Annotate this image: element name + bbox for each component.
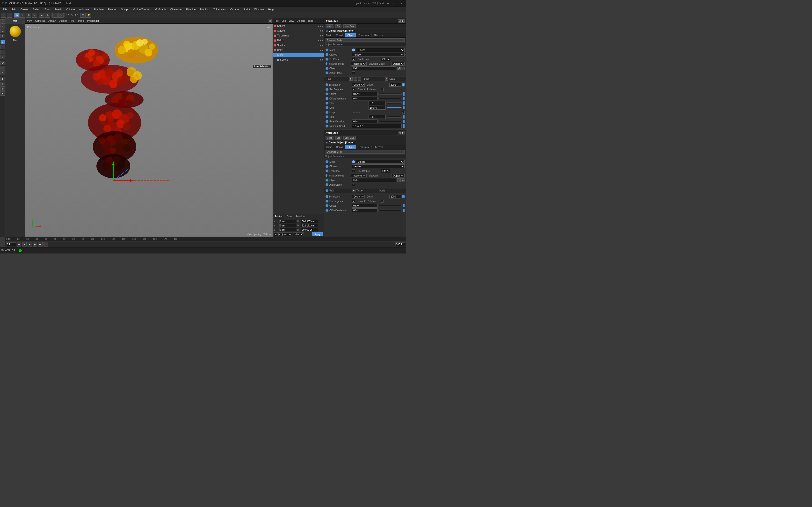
xray-toggle[interactable]: ◎ — [0, 87, 5, 91]
vp-display-menu[interactable]: Display — [47, 19, 57, 23]
coord-x-pos[interactable] — [280, 220, 296, 223]
rail-anim-btn[interactable]: ▶ — [349, 77, 353, 80]
mode2-select[interactable]: Object — [356, 160, 405, 164]
coord-x-size[interactable] — [301, 220, 318, 223]
render-button[interactable]: ▶ — [39, 13, 45, 18]
start-input[interactable] — [368, 101, 386, 105]
lights-button[interactable]: 💡 — [86, 13, 91, 18]
tab-transform[interactable]: Transform — [356, 33, 371, 38]
scene-item-helix[interactable]: Helix ■ ■ — [273, 48, 324, 53]
obj-link-btn[interactable]: 🔗 — [397, 67, 401, 70]
obj2-clear-btn[interactable]: ✕ — [401, 178, 405, 182]
attr-next-button[interactable]: ▶ — [401, 19, 405, 23]
target-anim-btn[interactable]: ▶ — [385, 77, 388, 80]
model-mode[interactable]: ◼ — [0, 40, 5, 44]
object-rel-select[interactable]: Object (Rel.) — [273, 232, 292, 236]
snap-button[interactable]: ⊞ — [0, 81, 5, 86]
rate-input[interactable] — [368, 115, 386, 119]
offset2-slider[interactable] — [378, 205, 402, 207]
instance2-select[interactable]: Instance — [351, 174, 367, 177]
attr-mode-btn[interactable]: Mode — [325, 24, 334, 28]
axis-tool[interactable]: ✚ — [0, 77, 5, 81]
tl-next-frame-btn[interactable]: ▶ — [33, 242, 37, 246]
align-clone-checkbox[interactable]: ✓ — [352, 71, 355, 74]
count-slider-btn[interactable]: | — [402, 83, 405, 87]
scene-item-sphere-child[interactable]: Sphere ■ ■ — [276, 57, 324, 62]
menu-motion-tracker[interactable]: Motion Tracker — [131, 7, 152, 11]
menu-pipeline[interactable]: Pipeline — [184, 7, 197, 11]
per-seg2-checkbox[interactable]: ✓ — [352, 200, 355, 203]
coord-z-size[interactable] — [301, 228, 318, 231]
count2-input[interactable] — [389, 194, 401, 199]
coord-tab-rotation[interactable]: Rotation — [295, 215, 305, 218]
viewport-mode-select[interactable]: Object — [391, 62, 405, 66]
obj-clear-btn[interactable]: ✕ — [401, 67, 405, 70]
tl-prev-frame-btn[interactable]: ◀ — [22, 242, 27, 246]
render-settings[interactable]: ⚙ — [45, 13, 50, 18]
scene-item-sphere[interactable]: Sphere ■ ■ ■ — [273, 24, 324, 29]
viewport2-select[interactable]: Object — [391, 174, 405, 177]
menu-mograph[interactable]: MoGraph — [153, 7, 168, 11]
menu-sculpt[interactable]: Sculpt — [119, 7, 131, 11]
tab2-transform[interactable]: Transform — [356, 145, 371, 149]
coord-tab-size[interactable]: Size — [286, 215, 293, 218]
minimize-button[interactable]: – — [386, 1, 390, 6]
tab2-coord[interactable]: Coord. — [334, 145, 345, 149]
attr2-mode-btn[interactable]: Mode — [325, 136, 334, 139]
tl-forward-btn[interactable]: ⏭ — [38, 242, 43, 246]
menu-render[interactable]: Render — [106, 7, 119, 11]
scene-expand-icon[interactable]: ▸ — [322, 19, 323, 22]
rail2-anim-btn[interactable]: ▶ — [352, 189, 355, 192]
attr2-edit-btn[interactable]: Edit — [336, 136, 342, 139]
rate-variation-input[interactable] — [352, 119, 377, 123]
poly-mode[interactable]: ◻ — [0, 55, 5, 59]
scene-tags-menu[interactable]: Tags — [307, 19, 314, 22]
fix-tex2-select[interactable]: Off — [380, 169, 390, 173]
scale-tool[interactable]: ⊞ — [26, 13, 31, 18]
offset-input[interactable] — [352, 92, 377, 96]
rotate-tool[interactable]: ↻ — [32, 13, 37, 18]
scene-item-shader[interactable]: Shader ■ ■ — [273, 43, 324, 48]
camera-button[interactable]: 📷 — [80, 13, 86, 18]
tl-play-btn[interactable]: ▶ — [28, 242, 32, 246]
tab-effectors[interactable]: Effectors — [372, 33, 385, 38]
attr2-next-button[interactable]: ▶ — [401, 131, 405, 134]
mode-select[interactable]: Object — [356, 48, 405, 52]
edge-mode[interactable]: ━ — [0, 50, 5, 54]
tab-coord[interactable]: Coord. — [334, 33, 345, 38]
undo-button[interactable]: ↩ — [1, 13, 6, 18]
menu-animate[interactable]: Animate — [77, 7, 91, 11]
object2-input[interactable] — [352, 178, 396, 182]
tab-object[interactable]: Object — [345, 33, 356, 38]
size-mode-select[interactable]: Size — [293, 232, 304, 236]
tab2-basic[interactable]: Basic — [324, 145, 334, 149]
start-frame-input[interactable] — [6, 242, 16, 246]
scene-view-menu[interactable]: View — [288, 19, 295, 22]
apply-button[interactable]: Apply — [312, 232, 323, 236]
rail-key-btn[interactable]: ⬥ — [354, 77, 357, 80]
viewport-canvas[interactable]: Perspective Low — [25, 24, 272, 237]
dynamics-body2-btn[interactable]: Dynamics Body — [325, 150, 405, 154]
scale-tool-left[interactable]: ⇲ — [0, 29, 5, 33]
rail-fcurve-btn[interactable]: ~ — [358, 77, 361, 80]
paint-tool[interactable]: 🖌 — [0, 61, 5, 65]
redo-button[interactable]: ↪ — [7, 13, 12, 18]
close-button[interactable]: ✕ — [399, 1, 404, 6]
coord-y-pos[interactable] — [280, 224, 296, 227]
menu-help[interactable]: Help — [266, 7, 275, 11]
align2-checkbox[interactable]: ✓ — [352, 183, 355, 186]
vp-options-menu[interactable]: Options — [58, 19, 68, 23]
scene-file-menu[interactable]: File — [274, 19, 280, 22]
menu-plugins[interactable]: Plugins — [198, 7, 210, 11]
move-tool-left[interactable]: ↕ — [0, 24, 5, 29]
offset2-input[interactable] — [352, 204, 377, 208]
tab-basic[interactable]: Basic — [324, 33, 334, 38]
tl-record-btn[interactable]: ⏺ — [44, 242, 48, 246]
coord-system[interactable]: ⊕ — [0, 70, 5, 75]
scene-edit-menu[interactable]: Edit — [281, 19, 287, 22]
menu-character[interactable]: Character — [168, 7, 184, 11]
rate-variation-slider[interactable] — [378, 121, 402, 122]
offset-variation-slider[interactable] — [378, 98, 402, 99]
fix-clone2-checkbox[interactable]: ✓ — [352, 169, 355, 172]
solo-toggle[interactable]: ◈ — [0, 91, 5, 96]
